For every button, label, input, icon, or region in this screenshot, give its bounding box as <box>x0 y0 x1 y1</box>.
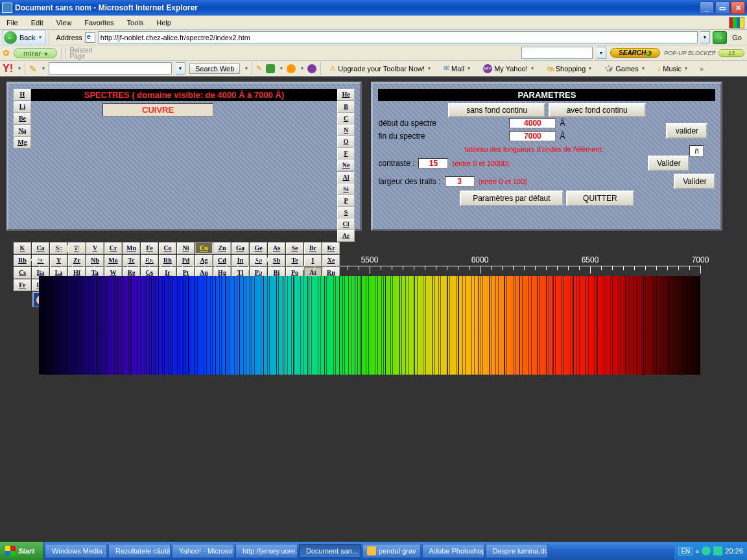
element-f[interactable]: F <box>337 148 355 159</box>
element-si[interactable]: Si <box>337 183 355 195</box>
avec-fond-button[interactable]: avec fond continu <box>549 103 646 117</box>
tool-icon-1[interactable] <box>266 64 275 73</box>
back-button[interactable]: ← Back ▾ <box>3 30 46 45</box>
defaut-button[interactable]: Paramètres par défaut <box>460 191 563 206</box>
language-indicator[interactable]: EN <box>678 547 693 555</box>
element-zn[interactable]: Zn <box>213 242 231 254</box>
search-web-button[interactable]: Search Web <box>189 64 240 74</box>
page-content: HLiBeNaMg SPECTRES ( domaine visible: de… <box>0 76 747 542</box>
valider-button-1[interactable]: valider <box>666 123 707 139</box>
element-se[interactable]: Se <box>286 242 303 254</box>
element-ni[interactable]: Ni <box>177 242 195 254</box>
address-label: Address <box>56 34 82 41</box>
menu-view[interactable]: View <box>50 17 78 29</box>
close-button[interactable]: ✕ <box>731 1 745 14</box>
taskbar-task[interactable]: Adobe Photoshop <box>422 544 484 558</box>
address-input[interactable] <box>98 31 698 43</box>
quitter-button[interactable]: QUITTER <box>566 191 634 206</box>
upgrade-button[interactable]: ⚠Upgrade your Toolbar Now!▾ <box>325 62 435 75</box>
tool-icon-3[interactable] <box>307 64 316 73</box>
mail-button[interactable]: ✉Mail▾ <box>439 62 475 75</box>
menu-tools[interactable]: Tools <box>121 17 150 29</box>
element-as[interactable]: As <box>268 242 285 254</box>
start-button[interactable]: Start <box>0 542 44 560</box>
popup-blocker[interactable]: POP-UP BLOCKER 13 <box>664 49 744 57</box>
element-he[interactable]: He <box>337 89 355 100</box>
mirar-button[interactable]: mirar ▾ <box>14 48 57 58</box>
taskbar-task[interactable]: http://jersey.uore... <box>235 544 298 558</box>
fin-value[interactable]: 7000 <box>509 131 556 141</box>
element-k[interactable]: K <box>14 242 31 254</box>
more-chevron[interactable]: » <box>696 65 707 73</box>
valider-button-2[interactable]: Valider <box>648 156 689 171</box>
shopping-button[interactable]: 🛍Shopping▾ <box>542 62 597 75</box>
element-co[interactable]: Co <box>159 242 176 254</box>
element-b[interactable]: B <box>337 101 355 113</box>
address-dropdown[interactable]: ▾ <box>700 31 710 43</box>
taskbar-task[interactable]: Despre lumina.do... <box>486 544 548 558</box>
element-na[interactable]: Na <box>14 125 31 137</box>
element-al[interactable]: Al <box>337 172 355 183</box>
element-li[interactable]: Li <box>14 101 31 113</box>
element-fr[interactable]: Fr <box>14 279 31 291</box>
element-cr[interactable]: Cr <box>104 242 122 254</box>
related-page-label[interactable]: RelatedPage <box>65 47 92 59</box>
element-n[interactable]: N <box>337 124 355 136</box>
search-select-dropdown[interactable]: ▾ <box>597 47 606 59</box>
menu-file[interactable]: File <box>0 17 25 29</box>
element-ne[interactable]: Ne <box>337 159 355 171</box>
element-rb[interactable]: Rb <box>14 255 31 266</box>
taskbar-task[interactable]: pendul grav <box>362 544 421 558</box>
minimize-button[interactable]: _ <box>700 1 714 14</box>
games-button[interactable]: 🎲Games▾ <box>600 62 648 75</box>
element-p[interactable]: P <box>337 195 355 207</box>
menu-help[interactable]: Help <box>150 17 178 29</box>
menu-edit[interactable]: Edit <box>25 17 50 29</box>
taskbar-task[interactable]: Windows Media ... <box>45 544 107 558</box>
yahoo-search-input[interactable] <box>49 62 172 75</box>
tableau-input[interactable] <box>689 145 704 157</box>
tray-chevron[interactable]: « <box>695 547 699 555</box>
element-ga[interactable]: Ga <box>231 242 249 254</box>
myyahoo-button[interactable]: MYMy Yahoo!▾ <box>479 62 538 76</box>
taskbar-task[interactable]: Rezultatele căută... <box>108 544 171 558</box>
element-be[interactable]: Be <box>14 113 31 124</box>
tick-label: 5500 <box>361 255 379 264</box>
yahoo-search-dropdown[interactable]: ▾ <box>176 62 185 75</box>
yahoo-logo[interactable]: Y! <box>3 63 13 75</box>
element-kr[interactable]: Kr <box>322 242 340 254</box>
largeur-value[interactable]: 3 <box>445 176 475 187</box>
valider-button-3[interactable]: Valider <box>674 174 715 189</box>
search-button[interactable]: SEARCH◑ <box>610 48 660 58</box>
highlight-icon[interactable]: ✎ <box>256 64 262 73</box>
element-c[interactable]: C <box>337 113 355 124</box>
element-cu[interactable]: Cu <box>195 242 213 254</box>
debut-value[interactable]: 4000 <box>509 118 556 128</box>
element-o[interactable]: O <box>337 136 355 148</box>
taskbar-task[interactable]: Yahoo! - Microsof... <box>172 544 234 558</box>
music-button[interactable]: ♪Music▾ <box>653 62 692 75</box>
element-s[interactable]: S <box>337 207 355 218</box>
element-ge[interactable]: Ge <box>250 242 267 254</box>
element-ar[interactable]: Ar <box>337 230 355 242</box>
sans-fond-button[interactable]: sans fond continu <box>448 103 545 117</box>
element-h[interactable]: H <box>14 89 31 100</box>
element-mn[interactable]: Mn <box>123 242 140 254</box>
tray-icon-1[interactable] <box>702 546 711 555</box>
taskbar-task[interactable]: Document san... <box>299 544 361 558</box>
maximize-button[interactable]: ▭ <box>715 1 729 14</box>
element-mg[interactable]: Mg <box>14 137 31 148</box>
search-select[interactable] <box>521 47 593 59</box>
element-br[interactable]: Br <box>304 242 322 254</box>
tool-icon-2[interactable] <box>287 64 296 73</box>
element-fe[interactable]: Fe <box>141 242 158 254</box>
menu-favorites[interactable]: Favorites <box>78 17 120 29</box>
gear-icon: ✿ <box>3 48 10 58</box>
tray-icon-2[interactable] <box>713 546 722 555</box>
pencil-icon[interactable]: ✎ <box>29 64 37 74</box>
contraste-value[interactable]: 15 <box>418 158 448 169</box>
go-button[interactable]: → <box>713 31 727 44</box>
element-cs[interactable]: Cs <box>14 267 31 279</box>
element-ca[interactable]: Ca <box>32 242 49 254</box>
element-cl[interactable]: Cl <box>337 218 355 230</box>
